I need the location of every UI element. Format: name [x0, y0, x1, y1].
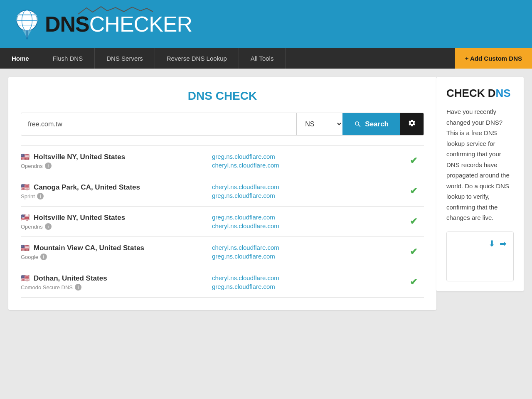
isp-name: Sprint — [21, 193, 35, 200]
info-icon[interactable]: i — [37, 193, 44, 200]
nav-all-tools[interactable]: All Tools — [239, 48, 286, 69]
nav-dns-servers[interactable]: DNS Servers — [95, 48, 155, 69]
flag-icon: 🇺🇸 — [21, 213, 30, 222]
search-button[interactable]: Search — [342, 113, 400, 135]
result-dns-3: cheryl.ns.cloudflare.com greg.ns.cloudfl… — [212, 244, 403, 260]
result-location-4: 🇺🇸 Dothan, United States Comodo Secure D… — [21, 274, 212, 291]
result-status-1: ✔ — [403, 186, 424, 197]
dns-link-1[interactable]: greg.ns.cloudflare.com — [212, 153, 403, 160]
table-row: 🇺🇸 Dothan, United States Comodo Secure D… — [21, 267, 424, 298]
flag-icon: 🇺🇸 — [21, 183, 30, 192]
dns-link-2[interactable]: cheryl.ns.cloudflare.com — [212, 162, 403, 169]
gear-icon — [408, 119, 416, 127]
logo-dns-text: DNS — [45, 13, 89, 35]
sidebar-arrow-down-icon: ⬇ — [488, 239, 495, 249]
result-location-3: 🇺🇸 Mountain View CA, United States Googl… — [21, 244, 212, 260]
info-icon[interactable]: i — [75, 284, 81, 291]
wave-icon — [78, 6, 153, 16]
logo: DNS CHECKER — [12, 7, 192, 41]
table-row: 🇺🇸 Canoga Park, CA, United States Sprint… — [21, 176, 424, 206]
nav-reverse-dns[interactable]: Reverse DNS Lookup — [155, 48, 239, 69]
dns-link-2[interactable]: cheryl.ns.cloudflare.com — [212, 222, 403, 229]
result-dns-1: cheryl.ns.cloudflare.com greg.ns.cloudfl… — [212, 183, 403, 199]
dns-link-1[interactable]: cheryl.ns.cloudflare.com — [212, 244, 403, 251]
location-name-text: Canoga Park, CA, United States — [34, 183, 140, 192]
table-row: 🇺🇸 Mountain View CA, United States Googl… — [21, 236, 424, 267]
flag-icon: 🇺🇸 — [21, 244, 30, 252]
search-bar: A AAAA CNAME MX NS PTR SOA SRV TXT Searc… — [21, 113, 424, 135]
status-check-icon: ✔ — [410, 155, 417, 166]
info-icon[interactable]: i — [45, 163, 52, 169]
result-dns-0: greg.ns.cloudflare.com cheryl.ns.cloudfl… — [212, 153, 403, 169]
result-status-2: ✔ — [403, 216, 424, 227]
main-layout: DNS CHECK A AAAA CNAME MX NS PTR SOA SRV… — [0, 69, 532, 318]
search-label: Search — [365, 120, 389, 128]
location-name-text: Holtsville NY, United States — [34, 214, 125, 222]
status-check-icon: ✔ — [410, 246, 417, 257]
info-icon[interactable]: i — [45, 223, 52, 230]
location-name-text: Mountain View CA, United States — [34, 244, 144, 252]
sidebar-arrow-right-icon: ➡ — [500, 239, 507, 249]
dns-link-1[interactable]: greg.ns.cloudflare.com — [212, 214, 403, 221]
isp-name: Comodo Secure DNS — [21, 284, 73, 291]
table-row: 🇺🇸 Holtsville NY, United States Opendns … — [21, 145, 424, 176]
status-check-icon: ✔ — [410, 216, 417, 227]
isp-name: Opendns — [21, 163, 43, 169]
result-dns-2: greg.ns.cloudflare.com cheryl.ns.cloudfl… — [212, 214, 403, 229]
result-status-4: ✔ — [403, 277, 424, 288]
sidebar-title: CHECK DNS — [446, 87, 514, 100]
dns-link-2[interactable]: greg.ns.cloudflare.com — [212, 192, 403, 199]
domain-input[interactable] — [21, 113, 296, 135]
table-row: 🇺🇸 Holtsville NY, United States Opendns … — [21, 206, 424, 236]
flag-icon: 🇺🇸 — [21, 274, 30, 283]
panel-title: DNS CHECK — [21, 89, 424, 103]
nav-home[interactable]: Home — [0, 48, 41, 69]
isp-name: Google — [21, 254, 38, 260]
isp-name: Opendns — [21, 224, 43, 230]
sidebar-widget: ⬇ ➡ — [446, 232, 514, 281]
nav-add-custom-dns[interactable]: + Add Custom DNS — [455, 48, 532, 69]
result-status-0: ✔ — [403, 155, 424, 166]
results-table: 🇺🇸 Holtsville NY, United States Opendns … — [21, 145, 424, 298]
dns-link-1[interactable]: cheryl.ns.cloudflare.com — [212, 274, 403, 281]
logo-pin-icon — [12, 7, 42, 41]
logo-text-group: DNS CHECKER — [45, 13, 192, 35]
result-location-1: 🇺🇸 Canoga Park, CA, United States Sprint… — [21, 183, 212, 200]
header: DNS CHECKER — [0, 0, 532, 48]
nav-flush-dns[interactable]: Flush DNS — [41, 48, 95, 69]
location-name-text: Holtsville NY, United States — [34, 153, 125, 161]
search-icon — [354, 121, 362, 128]
settings-button[interactable] — [400, 113, 424, 135]
result-status-3: ✔ — [403, 246, 424, 257]
record-type-select[interactable]: A AAAA CNAME MX NS PTR SOA SRV TXT — [297, 113, 342, 135]
dns-link-1[interactable]: cheryl.ns.cloudflare.com — [212, 183, 403, 190]
dns-link-2[interactable]: greg.ns.cloudflare.com — [212, 283, 403, 290]
dns-link-2[interactable]: greg.ns.cloudflare.com — [212, 253, 403, 260]
navigation: Home Flush DNS DNS Servers Reverse DNS L… — [0, 48, 532, 69]
logo-checker-text: CHECKER — [89, 13, 192, 35]
location-name-text: Dothan, United States — [34, 274, 107, 283]
result-location-0: 🇺🇸 Holtsville NY, United States Opendns … — [21, 153, 212, 169]
right-panel: CHECK DNS Have you recently changed your… — [436, 77, 524, 291]
status-check-icon: ✔ — [410, 277, 417, 288]
left-panel: DNS CHECK A AAAA CNAME MX NS PTR SOA SRV… — [8, 77, 436, 310]
info-icon[interactable]: i — [40, 254, 47, 260]
sidebar-description: Have you recently changed your DNS? This… — [446, 106, 514, 223]
result-dns-4: cheryl.ns.cloudflare.com greg.ns.cloudfl… — [212, 274, 403, 290]
result-location-2: 🇺🇸 Holtsville NY, United States Opendns … — [21, 213, 212, 230]
flag-icon: 🇺🇸 — [21, 153, 30, 161]
status-check-icon: ✔ — [410, 186, 417, 197]
